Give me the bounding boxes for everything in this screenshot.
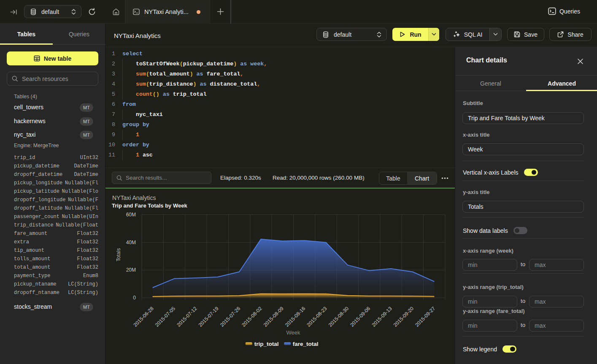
svg-text:fare_total: fare_total — [293, 341, 319, 347]
svg-text:2015-08-23: 2015-08-23 — [305, 305, 328, 328]
svg-text:2015-08-09: 2015-08-09 — [262, 305, 285, 328]
svg-text:2015-09-06: 2015-09-06 — [349, 305, 372, 328]
svg-text:2015-06-28: 2015-06-28 — [132, 305, 155, 328]
svg-text:2015-07-26: 2015-07-26 — [219, 305, 242, 328]
svg-text:20M: 20M — [126, 267, 136, 273]
svg-text:Totals: Totals — [116, 248, 122, 261]
svg-text:60M: 60M — [126, 212, 136, 218]
svg-text:2015-07-12: 2015-07-12 — [176, 305, 198, 328]
svg-text:2015-08-16: 2015-08-16 — [284, 305, 307, 328]
svg-text:2015-07-19: 2015-07-19 — [197, 305, 220, 328]
svg-text:2015-08-02: 2015-08-02 — [240, 305, 263, 328]
svg-text:0: 0 — [133, 295, 136, 301]
svg-text:2015-07-05: 2015-07-05 — [154, 305, 177, 328]
svg-text:2015-09-27: 2015-09-27 — [414, 305, 437, 328]
svg-text:2015-09-13: 2015-09-13 — [370, 305, 393, 328]
svg-text:Week: Week — [286, 329, 300, 336]
svg-text:2015-08-30: 2015-08-30 — [327, 305, 350, 328]
svg-text:2015-09-20: 2015-09-20 — [392, 305, 415, 328]
svg-text:trip_total: trip_total — [254, 341, 279, 347]
svg-text:40M: 40M — [126, 240, 136, 245]
